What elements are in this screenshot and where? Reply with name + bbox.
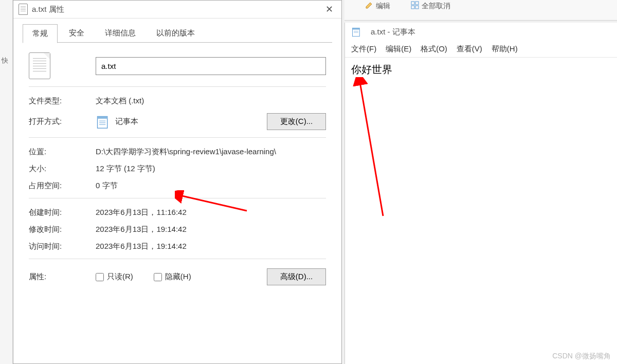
file-type-value: 文本文档 (.txt) <box>96 96 326 106</box>
svg-rect-6 <box>415 2 419 5</box>
properties-dialog: a.txt 属性 ✕ 常规 安全 详细信息 以前的版本 文件类型: 文本文档 (… <box>13 0 342 364</box>
tab-strip: 常规 安全 详细信息 以前的版本 <box>13 19 341 43</box>
deselect-icon <box>411 1 419 11</box>
location-label: 位置: <box>29 147 96 157</box>
notepad-titlebar[interactable]: a.txt - 记事本 <box>345 23 617 41</box>
tab-previous[interactable]: 以前的版本 <box>147 24 204 43</box>
watermark: CSDN @微扬嘴角 <box>552 352 611 361</box>
accessed-label: 访问时间: <box>29 242 96 251</box>
open-with-label: 打开方式: <box>29 117 96 126</box>
advanced-button[interactable]: 高级(D)... <box>267 268 326 285</box>
dialog-content: 文件类型: 文本文档 (.txt) 打开方式: 记事本 更改(C)... 位置:… <box>13 43 341 363</box>
close-icon[interactable]: ✕ <box>322 4 336 15</box>
filename-input[interactable] <box>96 57 326 75</box>
disk-label: 占用空间: <box>29 181 96 191</box>
ribbon-deselect[interactable]: 全部取消 <box>411 1 450 11</box>
readonly-checkbox[interactable]: 只读(R) <box>96 272 133 282</box>
svg-rect-5 <box>411 2 414 5</box>
ribbon-fragment: 编辑 全部取消 <box>344 0 617 21</box>
hidden-label: 隐藏(H) <box>165 272 191 282</box>
edit-icon <box>365 1 373 11</box>
size-label: 大小: <box>29 164 96 174</box>
attributes-label: 属性: <box>29 272 96 282</box>
accessed-value: 2023年6月13日，19:14:42 <box>96 242 326 251</box>
file-icon <box>19 4 28 15</box>
file-type-label: 文件类型: <box>29 96 96 106</box>
change-button[interactable]: 更改(C)... <box>267 113 326 130</box>
notepad-content[interactable]: 你好世界 <box>345 58 617 82</box>
disk-value: 0 字节 <box>96 181 326 191</box>
hidden-input[interactable] <box>154 273 162 281</box>
tab-details[interactable]: 详细信息 <box>96 24 145 43</box>
tab-security[interactable]: 安全 <box>60 24 94 43</box>
svg-rect-1 <box>98 116 107 118</box>
notepad-app-icon <box>351 27 361 37</box>
ribbon-edit[interactable]: 编辑 <box>365 1 390 11</box>
location-value: D:\大四学期学习资料\spring-review1\javase-learni… <box>96 147 326 157</box>
menu-edit[interactable]: 编辑(E) <box>386 44 411 54</box>
open-with-value: 记事本 <box>115 117 138 126</box>
dialog-titlebar[interactable]: a.txt 属性 ✕ <box>13 1 341 19</box>
notepad-menubar: 文件(F) 编辑(E) 格式(O) 查看(V) 帮助(H) <box>345 41 617 58</box>
notepad-icon <box>96 115 110 129</box>
created-value: 2023年6月13日，11:16:42 <box>96 208 326 217</box>
readonly-input[interactable] <box>96 273 104 281</box>
svg-rect-8 <box>415 6 419 9</box>
size-value: 12 字节 (12 字节) <box>96 164 326 174</box>
menu-file[interactable]: 文件(F) <box>351 44 376 54</box>
menu-format[interactable]: 格式(O) <box>421 44 447 54</box>
tab-general[interactable]: 常规 <box>23 24 58 43</box>
menu-help[interactable]: 帮助(H) <box>492 44 518 54</box>
dialog-title: a.txt 属性 <box>32 5 64 14</box>
svg-rect-7 <box>411 6 414 9</box>
readonly-label: 只读(R) <box>107 272 133 282</box>
left-panel-fragment: 快 <box>0 0 13 364</box>
hidden-checkbox[interactable]: 隐藏(H) <box>154 272 191 282</box>
document-icon <box>29 52 50 79</box>
created-label: 创建时间: <box>29 208 96 217</box>
svg-rect-10 <box>353 28 360 30</box>
notepad-title: a.txt - 记事本 <box>371 27 415 37</box>
modified-label: 修改时间: <box>29 225 96 234</box>
notepad-window: a.txt - 记事本 文件(F) 编辑(E) 格式(O) 查看(V) 帮助(H… <box>344 23 617 364</box>
modified-value: 2023年6月13日，19:14:42 <box>96 225 326 234</box>
menu-view[interactable]: 查看(V) <box>457 44 482 54</box>
